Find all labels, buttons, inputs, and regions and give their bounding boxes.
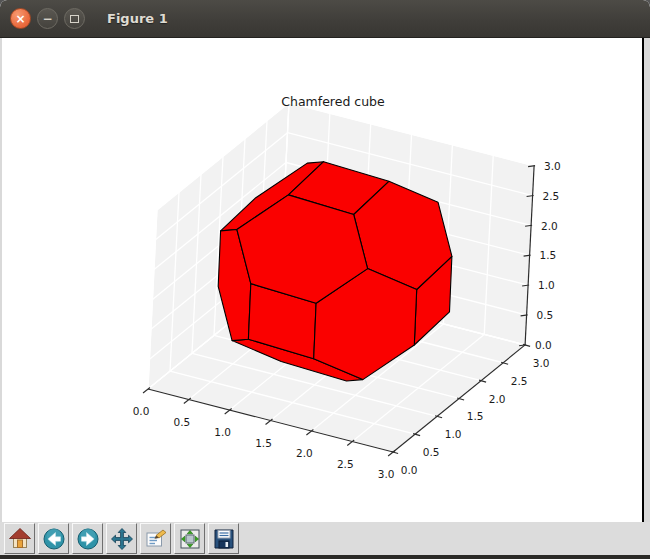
tick-label-y: 2.5 xyxy=(511,375,528,387)
zoom-to-rect-button[interactable] xyxy=(140,523,171,554)
maximize-button[interactable] xyxy=(64,8,85,29)
tick-label-z: 1.5 xyxy=(540,249,557,261)
tick-label-x: 1.5 xyxy=(255,437,272,449)
save-button[interactable] xyxy=(208,523,239,554)
tick-label-z: 0.0 xyxy=(535,339,552,351)
tick-label-y: 1.0 xyxy=(445,428,462,440)
tick-label-x: 2.0 xyxy=(296,447,313,459)
tick-label-z: 2.0 xyxy=(541,220,558,232)
tick-label-y: 0.5 xyxy=(423,446,440,458)
forward-icon xyxy=(76,527,100,551)
configure-subplots-icon xyxy=(178,527,202,551)
back-icon xyxy=(42,527,66,551)
tick-label-y: 0.0 xyxy=(401,464,418,476)
tick-label-z: 3.0 xyxy=(544,160,561,172)
plot-title: Chamfered cube xyxy=(13,94,650,109)
tick-x xyxy=(143,388,150,394)
tick-label-z: 0.5 xyxy=(537,309,554,321)
tick-label-y: 1.5 xyxy=(467,410,484,422)
tick-label-x: 2.5 xyxy=(337,458,354,470)
tick-label-x: 0.5 xyxy=(173,416,190,428)
close-icon: × xyxy=(15,13,25,25)
pan-icon xyxy=(110,527,134,551)
close-button[interactable]: × xyxy=(10,8,31,29)
tick-label-z: 2.5 xyxy=(543,190,560,202)
figure-canvas[interactable]: 0.00.51.01.52.02.53.00.00.51.01.52.02.53… xyxy=(2,38,644,524)
tick-label-y: 2.0 xyxy=(489,393,506,405)
tick-label-x: 1.0 xyxy=(214,426,231,438)
figure-window: × − Figure 1 0.00.51.01.52.02.53.00.00.5… xyxy=(0,0,650,559)
maximize-icon xyxy=(70,15,79,23)
configure-subplots-button[interactable] xyxy=(174,523,205,554)
save-icon xyxy=(212,527,236,551)
zoom-to-rect-icon xyxy=(144,527,168,551)
tick-label-x: 0.0 xyxy=(133,405,150,417)
window-bottom-edge xyxy=(0,555,650,559)
home-button[interactable] xyxy=(4,523,35,554)
window-title: Figure 1 xyxy=(107,11,168,26)
plot-3d-axes[interactable]: 0.00.51.01.52.02.53.00.00.51.01.52.02.53… xyxy=(2,38,642,522)
pan-button[interactable] xyxy=(106,523,137,554)
minimize-icon: − xyxy=(42,13,52,25)
tick-label-y: 3.0 xyxy=(533,357,550,369)
minimize-button[interactable]: − xyxy=(37,8,58,29)
back-button[interactable] xyxy=(38,523,69,554)
forward-button[interactable] xyxy=(72,523,103,554)
plot-toolbar xyxy=(0,522,650,555)
tick-label-x: 3.0 xyxy=(378,468,395,480)
tick-label-z: 1.0 xyxy=(538,279,555,291)
home-icon xyxy=(8,527,32,551)
titlebar[interactable]: × − Figure 1 xyxy=(0,0,650,38)
